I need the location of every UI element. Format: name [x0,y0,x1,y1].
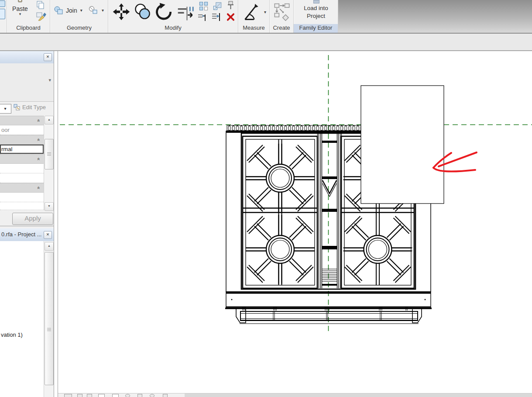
extend-icon [211,12,223,22]
scrollbar-thumb[interactable] [45,139,54,169]
handle-bar-lines [240,311,418,321]
scale-icon [213,1,223,11]
load-into-project-icon [313,0,319,3]
align-tool-button[interactable] [176,5,195,22]
measure-protractor-icon [243,3,262,22]
chevron-down-icon: ▾ [102,9,104,12]
scale-tool-button[interactable] [213,1,223,11]
align-icon [176,5,195,22]
trim-corner-tool-button[interactable] [197,12,209,22]
property-group-header[interactable]: « [0,135,44,145]
match-type-properties-button[interactable] [36,11,47,21]
horizontal-scrollbar-track[interactable] [185,394,532,397]
scroll-up-icon[interactable]: ▲ [45,242,54,251]
collapse-chevron-icon: « [36,138,41,141]
trim-extend-multiple-tool-button[interactable] [211,12,223,22]
properties-grid: « oor « rmal « « [0,116,44,210]
tree-item-elevation[interactable]: vation 1) [1,331,23,338]
type-selector[interactable]: ▾ [0,63,54,102]
screw-dot [425,299,426,300]
property-group-header[interactable]: « [0,154,44,164]
property-group-header[interactable]: « [0,116,44,125]
browser-scrollbar[interactable]: ▲ [44,241,54,397]
reveal-elements-stub[interactable] [163,394,168,397]
create-group-button[interactable] [273,2,291,21]
center-channel-bars [322,141,337,286]
delete-icon [226,13,235,21]
property-value-row[interactable] [0,164,44,173]
create-group-icon [273,2,291,21]
edit-type-button[interactable]: Edit Type [14,104,46,110]
collapse-chevron-icon: « [36,158,41,160]
edit-type-row: ▾ Edit Type [0,101,54,115]
create-panel-label: Create [270,24,293,33]
property-value-row[interactable] [0,173,44,183]
project-browser-title: 0.rfa - Project ... [1,231,41,238]
join-label: Join [66,7,77,14]
properties-scrollbar[interactable]: ▲ ▼ [44,116,54,210]
copy-to-clipboard-button[interactable] [36,1,45,10]
load-into-project-button[interactable]: Load into Project [295,4,337,22]
property-value-row[interactable] [0,193,44,202]
drawing-canvas[interactable] [58,51,532,397]
clipped-ribbon-icon [0,9,5,19]
close-icon[interactable]: ✕ [44,231,52,239]
clipboard-panel-label: Clipboard [7,24,50,33]
sun-path-stub[interactable] [98,394,105,397]
properties-header[interactable]: ✕ [0,51,54,64]
move-tool-button[interactable] [112,2,131,21]
measure-panel-label: Measure [238,24,269,33]
close-icon[interactable]: ✕ [44,53,52,61]
scroll-up-icon[interactable]: ▲ [45,116,54,124]
burner-left-rear [246,144,315,213]
range-plan-svg [58,51,532,397]
property-group-header[interactable]: « [0,183,44,193]
measure-button[interactable]: ▾ [243,3,266,22]
revit-family-editor-window: Paste ▾ Clipboard Join ▾ [0,0,532,397]
shadows-stub[interactable] [112,394,119,397]
scale-control-stub[interactable] [64,394,72,397]
pin-tool-button[interactable] [226,0,235,11]
view-control-bar[interactable] [58,393,532,397]
copy-icon [36,1,45,10]
collapse-chevron-icon: « [36,119,41,122]
project-browser-header[interactable]: 0.rfa - Project ... ✕ [0,228,54,242]
detail-level-stub[interactable] [77,394,82,397]
collapse-chevron-icon: « [36,186,41,189]
dock-splitter[interactable] [54,51,58,397]
panel-separator [50,0,50,33]
copy-tool-button[interactable] [134,3,152,21]
move-icon [112,2,131,21]
geometry-panel-label: Geometry [51,24,108,33]
cut-geometry-button[interactable]: ▾ [88,5,104,16]
join-geometry-icon [53,5,64,16]
burner-right-front [343,215,412,284]
delete-tool-button[interactable] [226,13,235,21]
search-combo-stub[interactable]: ▾ [0,104,11,114]
left-dock: ✕ ▾ ▾ Edit Type [0,51,54,397]
center-hatch [322,269,337,281]
paste-label: Paste [12,5,28,12]
chevron-down-icon: ▾ [80,9,82,12]
property-value-row[interactable] [0,202,44,210]
edit-type-icon [14,104,20,110]
paste-button[interactable]: Paste ▾ [9,0,31,24]
chevron-down-icon: ▾ [4,106,6,111]
crop-view-stub[interactable] [125,394,130,397]
rotate-tool-button[interactable] [154,2,174,21]
white-masking-rectangle[interactable] [361,86,444,204]
copy-tool-icon [134,3,152,21]
crop-region-stub[interactable] [137,394,142,397]
chevron-down-icon[interactable]: ▾ [48,77,51,83]
scrollbar-thumb[interactable] [45,252,54,385]
visual-style-stub[interactable] [87,394,92,397]
join-geometry-button[interactable]: Join ▾ [53,5,82,16]
array-tool-button[interactable] [199,1,209,11]
modify-panel-label: Modify [108,24,238,33]
apply-button[interactable]: Apply [12,213,53,225]
project-browser-tree[interactable]: vation 1) [0,241,44,397]
hide-elements-stub[interactable] [150,394,154,397]
property-value-row-focused[interactable]: rmal [0,145,44,154]
property-value-row[interactable]: oor [0,125,44,135]
scroll-down-icon[interactable]: ▼ [45,202,54,211]
